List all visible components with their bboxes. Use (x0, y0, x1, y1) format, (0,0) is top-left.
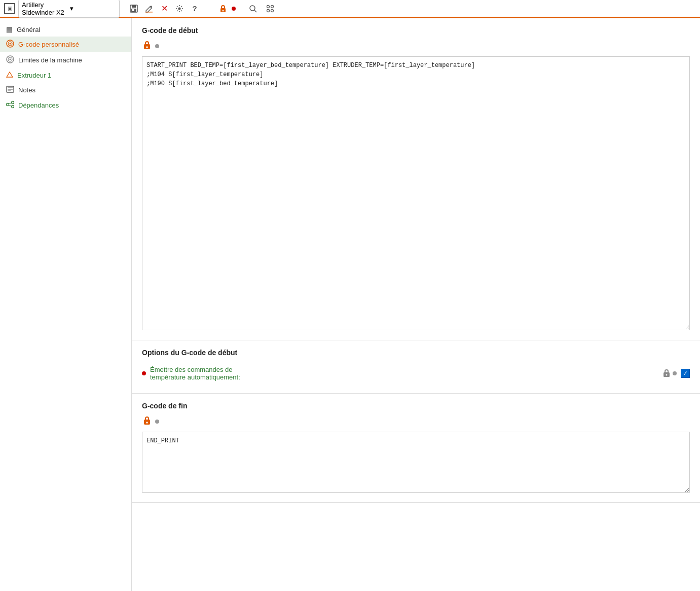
notes-icon (6, 86, 14, 94)
edit-button[interactable] (142, 2, 156, 16)
sidebar-item-notes[interactable]: Notes (0, 83, 131, 97)
lock-icon-option[interactable] (662, 368, 671, 379)
general-icon: ▤ (6, 25, 13, 33)
svg-point-10 (267, 5, 270, 8)
svg-rect-1 (132, 5, 136, 8)
svg-point-11 (271, 5, 274, 8)
emit-checkbox[interactable]: ✓ (681, 369, 690, 378)
svg-marker-20 (7, 72, 13, 77)
sidebar-item-machine-limits[interactable]: Limites de la machine (0, 52, 131, 68)
status-dot-red (232, 7, 236, 11)
svg-point-5 (178, 7, 181, 10)
sidebar-item-dependencies[interactable]: Dépendances (0, 97, 131, 113)
top-bar-left: ▣ Artillery Sidewinder X2 ▾ (4, 0, 277, 18)
lock-icon-start[interactable] (142, 40, 152, 52)
start-options-title: Options du G-code de début (142, 349, 690, 357)
dependencies-icon (6, 100, 14, 110)
start-gcode-section: G-code de début (132, 18, 700, 340)
start-gcode-textarea[interactable] (142, 56, 690, 330)
lock-icon-end[interactable] (142, 415, 152, 428)
end-gcode-lock-row (142, 415, 690, 428)
toolbar-icons: ✕ ? (127, 2, 202, 16)
svg-point-33 (666, 374, 668, 375)
svg-point-12 (267, 9, 270, 12)
content-area: G-code de début Options du G-code de déb… (132, 18, 700, 591)
settings-button[interactable] (172, 2, 187, 16)
sidebar-item-custom-gcode[interactable]: G-code personnalisé (0, 37, 131, 52)
option-lock-dot (662, 368, 677, 379)
top-bar: ▣ Artillery Sidewinder X2 ▾ (0, 0, 700, 18)
svg-point-25 (7, 103, 9, 106)
extruder1-icon (6, 71, 13, 80)
svg-rect-4 (145, 12, 153, 13)
status-dot-gray-option (673, 371, 677, 375)
svg-line-28 (9, 103, 12, 105)
svg-rect-3 (132, 9, 134, 11)
sidebar-item-label: Notes (18, 86, 35, 94)
end-gcode-section: G-code de fin (132, 394, 700, 503)
sidebar-item-label: Limites de la machine (18, 56, 82, 64)
svg-point-27 (12, 106, 14, 108)
svg-line-9 (254, 10, 256, 12)
svg-point-16 (10, 43, 11, 45)
end-gcode-textarea[interactable] (142, 432, 690, 493)
start-gcode-lock-row (142, 40, 690, 52)
profile-dropdown[interactable]: Artillery Sidewinder X2 ▾ (18, 0, 120, 18)
svg-point-19 (10, 59, 11, 60)
svg-line-29 (9, 105, 12, 107)
tools-button[interactable] (263, 2, 277, 16)
sidebar-item-extruder1[interactable]: Extrudeur 1 (0, 68, 131, 83)
sidebar-item-label: Extrudeur 1 (17, 72, 51, 79)
sidebar-item-label: G-code personnalisé (18, 41, 79, 48)
svg-point-8 (250, 6, 255, 11)
status-dot-red-option (142, 371, 146, 375)
sidebar-item-label: Dépendances (18, 101, 59, 109)
emit-label: Émettre des commandes de température aut… (150, 366, 658, 381)
help-button[interactable]: ? (188, 2, 202, 16)
chevron-down-icon: ▾ (70, 5, 116, 12)
lock-dot-group-top (216, 2, 236, 16)
start-options-section: Options du G-code de début Émettre des c… (132, 340, 700, 394)
profile-name: Artillery Sidewinder X2 (22, 1, 68, 16)
svg-point-26 (12, 101, 14, 104)
status-dot-gray-start (155, 44, 159, 48)
status-dot-gray-end (155, 420, 159, 424)
sidebar: ▤ Général G-code personnalisé Li (0, 18, 132, 591)
search-button[interactable] (246, 2, 260, 16)
options-row: Émettre des commandes de température aut… (142, 362, 690, 385)
lock-button[interactable] (216, 2, 230, 16)
svg-point-35 (146, 422, 148, 424)
main-layout: ▤ Général G-code personnalisé Li (0, 18, 700, 591)
svg-point-31 (146, 46, 148, 48)
save-button[interactable] (127, 2, 141, 16)
sidebar-item-general[interactable]: ▤ Général (0, 22, 131, 37)
end-gcode-title: G-code de fin (142, 402, 690, 410)
cancel-button[interactable]: ✕ (157, 2, 171, 16)
sidebar-item-label: Général (17, 26, 40, 33)
machine-limits-icon (6, 55, 14, 65)
window-icon[interactable]: ▣ (4, 3, 15, 14)
start-gcode-title: G-code de début (142, 26, 690, 34)
svg-point-7 (223, 10, 224, 11)
svg-point-13 (271, 9, 274, 12)
custom-gcode-icon (6, 40, 14, 49)
